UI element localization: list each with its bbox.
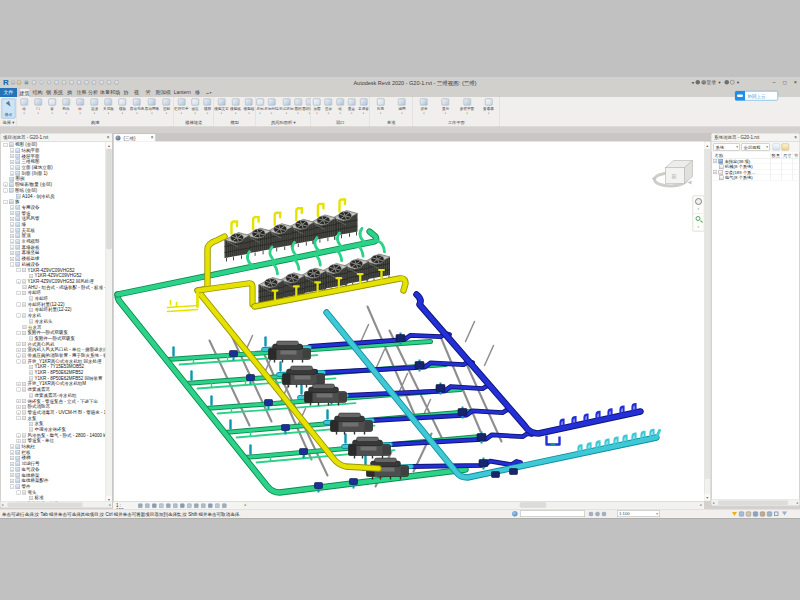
svg-text:前: 前 bbox=[672, 173, 677, 179]
